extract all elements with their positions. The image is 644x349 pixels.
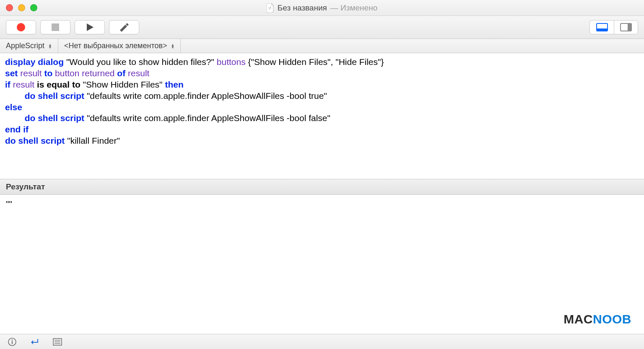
- code-token: result: [13, 80, 34, 89]
- code-token: do shell script: [5, 136, 65, 145]
- code-token: display dialog: [5, 57, 64, 67]
- document-icon: [267, 3, 274, 13]
- code-token: buttons: [217, 57, 246, 67]
- code-token: do shell script: [25, 113, 84, 123]
- maximize-window-button[interactable]: [30, 4, 37, 11]
- language-label: AppleScript: [6, 41, 44, 50]
- language-selector[interactable]: AppleScript ▲▼: [0, 39, 58, 53]
- svg-rect-6: [628, 23, 631, 31]
- results-header-label: Результат: [6, 182, 45, 191]
- stop-button[interactable]: [40, 20, 70, 34]
- code-token: else: [5, 102, 22, 112]
- code-token: {"Show Hidden Files", "Hide Files"}: [248, 57, 384, 67]
- svg-rect-1: [52, 23, 59, 31]
- results-header: Результат: [0, 179, 644, 195]
- code-token: is equal to: [37, 80, 80, 89]
- svg-rect-9: [12, 341, 13, 344]
- code-token: result: [128, 68, 149, 78]
- chevron-up-down-icon: ▲▼: [48, 44, 52, 49]
- compile-button[interactable]: [109, 20, 139, 34]
- results-pane[interactable]: "" MACNOOB: [0, 195, 644, 334]
- record-button[interactable]: [6, 20, 36, 34]
- window-title-text: Без названия: [278, 3, 327, 13]
- watermark-mac: MAC: [564, 312, 593, 326]
- code-token: set: [5, 68, 18, 78]
- close-window-button[interactable]: [6, 4, 13, 11]
- path-selector[interactable]: <Нет выбранных элементов> ▲▼: [58, 39, 181, 53]
- view-mode-split[interactable]: [614, 20, 638, 34]
- code-editor[interactable]: display dialog "Would you like to show h…: [0, 53, 644, 179]
- result-output: "": [6, 199, 12, 209]
- window-title: Без названия — Изменено: [267, 3, 377, 13]
- code-token: end if: [5, 124, 29, 134]
- svg-point-8: [12, 339, 13, 341]
- watermark: MACNOOB: [564, 312, 631, 326]
- list-icon[interactable]: [53, 338, 62, 346]
- code-token: "Show Hidden Files": [83, 80, 163, 89]
- view-mode-editor[interactable]: [589, 20, 614, 34]
- path-label: <Нет выбранных элементов>: [64, 41, 167, 50]
- code-token: of: [117, 68, 125, 78]
- code-token: then: [165, 80, 183, 89]
- code-token: do shell script: [25, 91, 84, 101]
- traffic-lights: [6, 4, 37, 11]
- code-token: "defaults write com.apple.finder AppleSh…: [87, 91, 327, 101]
- svg-marker-2: [87, 23, 93, 31]
- svg-rect-4: [597, 28, 608, 31]
- svg-point-0: [17, 23, 25, 31]
- watermark-noob: NOOB: [593, 312, 631, 326]
- code-token: "killall Finder": [67, 136, 120, 145]
- navigation-bar: AppleScript ▲▼ <Нет выбранных элементов>…: [0, 39, 644, 53]
- window-title-status: — Изменено: [330, 3, 377, 13]
- status-bar: [0, 334, 644, 349]
- code-token: "Would you like to show hidden files?": [66, 57, 214, 67]
- code-token: result: [20, 68, 42, 78]
- info-icon[interactable]: [8, 337, 17, 346]
- titlebar: Без названия — Изменено: [0, 0, 644, 16]
- return-icon[interactable]: [30, 338, 39, 346]
- code-token: to: [44, 68, 52, 78]
- view-mode-segmented: [589, 20, 638, 34]
- minimize-window-button[interactable]: [18, 4, 25, 11]
- code-token: button returned: [55, 68, 114, 78]
- run-button[interactable]: [75, 20, 105, 34]
- code-token: "defaults write com.apple.finder AppleSh…: [87, 113, 330, 123]
- chevron-up-down-icon: ▲▼: [171, 44, 175, 49]
- code-token: if: [5, 80, 10, 89]
- svg-marker-10: [31, 340, 33, 344]
- toolbar: [0, 16, 644, 39]
